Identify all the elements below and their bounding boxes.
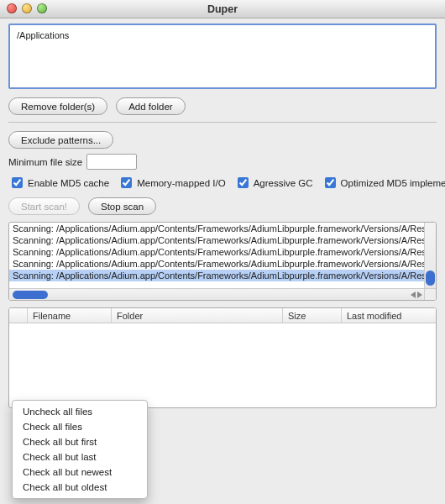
aggressive-gc-option[interactable]: Agressive GC	[234, 175, 313, 191]
aggressive-gc-label: Agressive GC	[254, 178, 313, 188]
close-icon[interactable]	[7, 3, 17, 13]
min-filesize-input[interactable]	[86, 154, 137, 170]
scan-log-line-selected[interactable]: Scanning: /Applications/Adium.app/Conten…	[9, 270, 424, 281]
scan-log-line: Scanning: /Applications/Adium.app/Conten…	[9, 246, 424, 258]
scroll-right-icon[interactable]	[417, 291, 422, 298]
separator	[8, 122, 437, 123]
remove-folder-button[interactable]: Remove folder(s)	[8, 97, 107, 115]
menu-check-all[interactable]: Check all files	[13, 419, 147, 434]
results-table: Filename Folder Size Last modified	[8, 307, 437, 408]
results-table-header: Filename Folder Size Last modified	[9, 308, 436, 323]
window-content: /Applications Remove folder(s) Add folde…	[0, 18, 445, 408]
vertical-scroll-thumb[interactable]	[426, 270, 435, 286]
context-menu: Uncheck all files Check all files Check …	[12, 400, 148, 499]
scan-log: Scanning: /Applications/Adium.app/Conten…	[8, 222, 437, 301]
menu-check-but-last[interactable]: Check all but last	[13, 449, 147, 465]
column-last-modified[interactable]: Last modified	[342, 308, 436, 323]
scan-log-line: Scanning: /Applications/Adium.app/Conten…	[9, 234, 424, 246]
start-scan-button: Start scan!	[8, 197, 80, 215]
add-folder-button[interactable]: Add folder	[116, 97, 185, 115]
stop-scan-button[interactable]: Stop scan	[88, 197, 156, 215]
enable-md5-cache-option[interactable]: Enable MD5 cache	[8, 175, 109, 191]
results-table-body	[9, 323, 436, 407]
scan-buttons-row: Start scan! Stop scan	[8, 197, 437, 215]
scan-log-vertical-scrollbar[interactable]	[424, 223, 436, 288]
exclude-row: Exclude patterns...	[8, 131, 437, 149]
optimized-md5-checkbox[interactable]	[325, 177, 336, 188]
minimize-icon[interactable]	[22, 3, 32, 13]
folder-list-item[interactable]: /Applications	[17, 30, 428, 40]
folder-buttons-row: Remove folder(s) Add folder	[8, 97, 437, 115]
zoom-icon[interactable]	[37, 3, 47, 13]
menu-check-but-newest[interactable]: Check all but newest	[13, 465, 147, 480]
scroll-corner	[424, 288, 436, 300]
aggressive-gc-checkbox[interactable]	[238, 177, 249, 188]
menu-check-but-oldest[interactable]: Check all but oldest	[13, 480, 147, 495]
memory-mapped-checkbox[interactable]	[121, 177, 132, 188]
optimized-md5-option[interactable]: Optimized MD5 implementation	[322, 175, 445, 191]
menu-uncheck-all[interactable]: Uncheck all files	[13, 404, 147, 419]
column-checkbox[interactable]	[9, 308, 28, 323]
enable-md5-cache-checkbox[interactable]	[12, 177, 23, 188]
column-filename[interactable]: Filename	[28, 308, 112, 323]
column-folder[interactable]: Folder	[112, 308, 283, 323]
window-controls	[7, 3, 47, 13]
min-filesize-label: Minimum file size	[8, 157, 82, 167]
horizontal-scroll-thumb[interactable]	[13, 291, 48, 299]
folder-list[interactable]: /Applications	[8, 24, 437, 89]
enable-md5-cache-label: Enable MD5 cache	[28, 178, 109, 188]
optimized-md5-label: Optimized MD5 implementation	[341, 178, 445, 188]
column-size[interactable]: Size	[283, 308, 342, 323]
exclude-patterns-button[interactable]: Exclude patterns...	[8, 131, 113, 149]
titlebar: Duper	[0, 0, 445, 18]
min-filesize-row: Minimum file size	[8, 154, 437, 170]
window-title: Duper	[207, 3, 238, 15]
memory-mapped-option[interactable]: Memory-mapped I/O	[118, 175, 225, 191]
memory-mapped-label: Memory-mapped I/O	[137, 178, 225, 188]
scan-log-lines: Scanning: /Applications/Adium.app/Conten…	[9, 223, 424, 288]
options-row: Enable MD5 cache Memory-mapped I/O Agres…	[8, 175, 437, 191]
scan-log-horizontal-scrollbar[interactable]	[9, 288, 424, 300]
menu-check-but-first[interactable]: Check all but first	[13, 434, 147, 449]
scan-log-line: Scanning: /Applications/Adium.app/Conten…	[9, 223, 424, 234]
scroll-left-icon[interactable]	[411, 291, 416, 298]
scan-log-line: Scanning: /Applications/Adium.app/Conten…	[9, 258, 424, 270]
